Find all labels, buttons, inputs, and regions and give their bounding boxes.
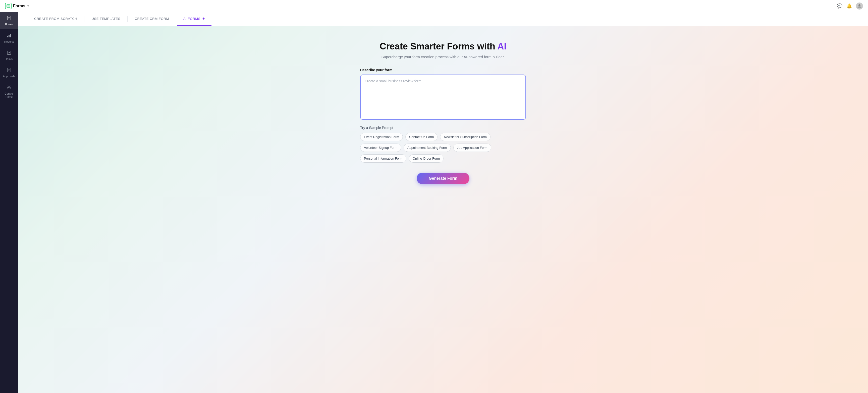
sidebar-approvals-label: Approvals bbox=[3, 75, 15, 78]
approvals-icon bbox=[6, 67, 11, 74]
chip-online-order-form[interactable]: Online Order Form bbox=[409, 154, 443, 163]
tab-create-from-scratch[interactable]: CREATE FROM SCRATCH bbox=[28, 12, 83, 26]
sidebar-control-panel-label: ControlPanel bbox=[4, 92, 13, 98]
user-avatar[interactable] bbox=[856, 2, 863, 9]
app-chevron[interactable]: ▾ bbox=[27, 4, 29, 8]
chip-newsletter-subscription-form[interactable]: Newsletter Subscription Form bbox=[440, 133, 491, 141]
top-bar-right: 💬 🔔 bbox=[837, 2, 863, 9]
chip-event-registration-form[interactable]: Event Registration Form bbox=[360, 133, 403, 141]
describe-textarea[interactable] bbox=[360, 74, 526, 120]
sidebar-item-reports[interactable]: Reports bbox=[0, 29, 18, 47]
sidebar-item-control-panel[interactable]: ControlPanel bbox=[0, 81, 18, 102]
layout: Forms Reports Tasks bbox=[0, 12, 868, 393]
describe-label: Describe your form bbox=[360, 68, 526, 72]
hero-title: Create Smarter Forms with AI bbox=[380, 41, 506, 52]
sidebar-tasks-label: Tasks bbox=[5, 58, 12, 61]
sidebar-reports-label: Reports bbox=[4, 40, 14, 43]
chip-personal-information-form[interactable]: Personal Information Form bbox=[360, 154, 406, 163]
sparkle-icon: ✦ bbox=[202, 16, 206, 21]
chat-icon[interactable]: 💬 bbox=[837, 3, 842, 9]
svg-point-8 bbox=[8, 87, 10, 88]
chips-container: Event Registration FormContact Us FormNe… bbox=[360, 133, 526, 163]
svg-rect-5 bbox=[10, 34, 11, 37]
chip-job-application-form[interactable]: Job Application Form bbox=[453, 143, 491, 152]
nav-divider-2 bbox=[127, 16, 128, 22]
app-logo-icon bbox=[5, 3, 11, 9]
sidebar-item-tasks[interactable]: Tasks bbox=[0, 47, 18, 64]
tasks-icon bbox=[6, 50, 11, 57]
tab-use-templates[interactable]: USE TEMPLATES bbox=[85, 12, 126, 26]
tab-ai-forms[interactable]: AI FORMS ✦ bbox=[177, 12, 212, 26]
bell-icon[interactable]: 🔔 bbox=[846, 3, 852, 9]
sidebar: Forms Reports Tasks bbox=[0, 12, 18, 393]
app-name: Forms bbox=[13, 4, 25, 8]
generate-form-button[interactable]: Generate Form bbox=[417, 173, 469, 184]
form-section: Describe your form Try a Sample Prompt E… bbox=[360, 68, 526, 184]
sample-prompt-label: Try a Sample Prompt bbox=[360, 126, 526, 130]
tab-create-crm-form[interactable]: CREATE CRM FORM bbox=[129, 12, 175, 26]
control-panel-icon bbox=[6, 85, 11, 91]
top-bar: Forms ▾ 💬 🔔 bbox=[0, 0, 868, 12]
chip-appointment-booking-form[interactable]: Appointment Booking Form bbox=[404, 143, 451, 152]
sidebar-item-forms[interactable]: Forms bbox=[0, 12, 18, 29]
chip-contact-us-form[interactable]: Contact Us Form bbox=[405, 133, 437, 141]
content-area: Create Smarter Forms with AI Supercharge… bbox=[18, 26, 868, 393]
hero-subtitle: Supercharge your form creation process w… bbox=[381, 55, 504, 59]
main: CREATE FROM SCRATCH USE TEMPLATES CREATE… bbox=[18, 12, 868, 393]
sidebar-forms-label: Forms bbox=[5, 23, 13, 26]
reports-icon bbox=[6, 33, 11, 39]
forms-icon bbox=[6, 15, 11, 22]
sidebar-item-approvals[interactable]: Approvals bbox=[0, 64, 18, 81]
nav-tabs: CREATE FROM SCRATCH USE TEMPLATES CREATE… bbox=[18, 12, 868, 26]
chip-volunteer-signup-form[interactable]: Volunteer Signup Form bbox=[360, 143, 401, 152]
svg-rect-3 bbox=[7, 36, 8, 37]
svg-rect-4 bbox=[8, 35, 9, 37]
svg-point-1 bbox=[859, 4, 861, 6]
top-bar-left: Forms ▾ bbox=[5, 3, 29, 9]
app-logo[interactable]: Forms bbox=[5, 3, 25, 9]
